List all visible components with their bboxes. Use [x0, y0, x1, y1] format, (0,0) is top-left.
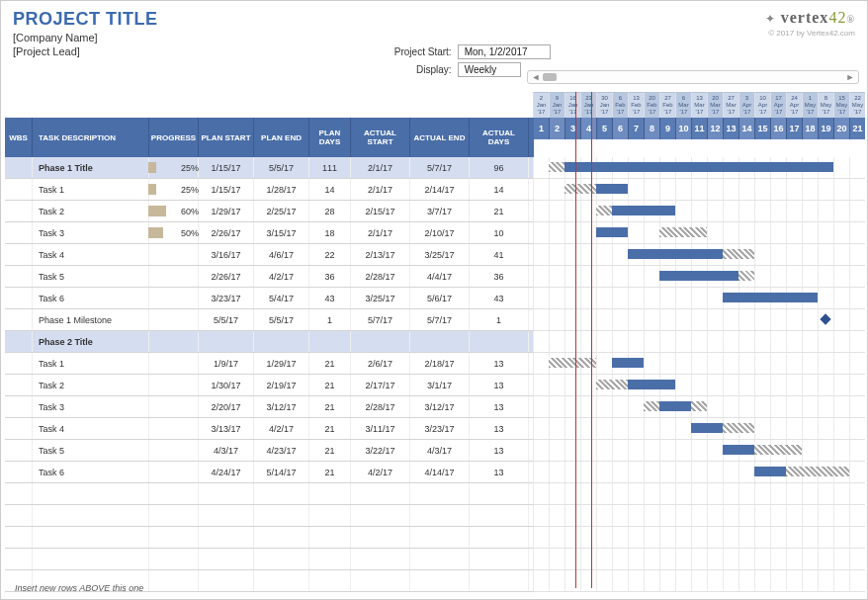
gantt-row — [533, 331, 865, 353]
plan-days-cell: 18 — [309, 222, 351, 243]
scroll-thumb[interactable] — [543, 73, 557, 81]
actual-start-cell: 2/28/17 — [351, 396, 410, 417]
col-wbs: WBS — [5, 118, 33, 157]
date-cell: 23Jan'17 — [580, 92, 596, 118]
week-number-cell: 16 — [770, 118, 786, 139]
empty-row[interactable] — [5, 505, 534, 527]
progress-cell: 25% — [149, 179, 199, 200]
actual-start-cell — [351, 331, 410, 352]
actual-days-cell: 96 — [470, 157, 529, 178]
task-description: Task 2 — [33, 201, 149, 221]
actual-days-cell: 13 — [470, 396, 529, 417]
plan-days-cell: 22 — [309, 244, 351, 265]
task-row[interactable]: Phase 1 Milestone5/5/175/5/1715/7/175/7/… — [5, 309, 534, 331]
actual-days-cell: 14 — [470, 179, 529, 200]
gantt-empty-row — [533, 483, 865, 505]
col-actual-end: ACTUAL END — [410, 118, 470, 157]
date-cell: 27Feb'17 — [659, 92, 675, 118]
gantt-row — [533, 222, 865, 244]
scroll-right-icon[interactable]: ► — [845, 72, 855, 82]
actual-days-cell: 36 — [470, 266, 529, 287]
task-description: Task 3 — [33, 396, 149, 417]
task-row[interactable]: Task 63/23/175/4/17433/25/175/6/1743 — [5, 288, 534, 309]
task-row[interactable]: Task 43/13/174/2/17213/11/173/23/1713 — [5, 418, 534, 440]
today-line-left — [575, 92, 576, 588]
plan-bar — [628, 380, 675, 389]
scroll-left-icon[interactable]: ◄ — [531, 72, 541, 82]
task-row[interactable]: Task 54/3/174/23/17213/22/174/3/1713 — [5, 440, 534, 462]
empty-row[interactable] — [5, 527, 534, 549]
plan-start-cell: 2/20/17 — [199, 396, 254, 417]
display-input[interactable]: Weekly — [458, 62, 521, 77]
date-cell: 6Feb'17 — [612, 92, 628, 118]
phase-row[interactable]: Phase 1 Title25%1/15/175/5/171112/1/175/… — [5, 157, 534, 179]
task-row[interactable]: Task 350%2/26/173/15/17182/1/172/10/1710 — [5, 222, 534, 244]
date-cell: 17Apr'17 — [770, 92, 786, 118]
week-number-cell: 13 — [723, 118, 738, 139]
task-row[interactable]: Task 21/30/172/19/17212/17/173/1/1713 — [5, 375, 534, 396]
task-row[interactable]: Task 125%1/15/171/28/17142/1/172/14/1714 — [5, 179, 534, 201]
gantt-row — [533, 201, 865, 222]
progress-cell: 50% — [149, 222, 199, 243]
plan-days-cell: 21 — [309, 353, 351, 374]
task-row[interactable]: Task 52/26/174/2/17362/28/174/4/1736 — [5, 266, 534, 288]
gantt-row — [533, 309, 865, 331]
company-name: [Company Name] — [13, 32, 158, 43]
task-row[interactable]: Task 260%1/29/172/25/17282/15/173/7/1721 — [5, 201, 534, 222]
plan-days-cell: 21 — [309, 375, 351, 395]
empty-row[interactable] — [5, 483, 534, 505]
actual-days-cell — [470, 331, 529, 352]
progress-cell — [149, 244, 199, 265]
plan-start-cell: 1/30/17 — [199, 375, 254, 395]
phase-row[interactable]: Phase 2 Title — [5, 331, 534, 353]
plan-bar — [754, 467, 786, 476]
week-number-cell: 7 — [628, 118, 644, 139]
task-row[interactable]: Task 43/16/174/6/17222/13/173/25/1741 — [5, 244, 534, 266]
project-title: PROJECT TITLE — [13, 9, 158, 30]
date-cell: 2Jan'17 — [533, 92, 549, 118]
project-start-input[interactable]: Mon, 1/2/2017 — [458, 44, 551, 59]
task-description: Task 1 — [33, 179, 149, 200]
task-description: Phase 2 Title — [33, 331, 149, 352]
project-start-label: Project Start: — [373, 46, 452, 57]
plan-bar — [691, 423, 723, 433]
gantt-row — [533, 440, 865, 462]
plan-bar — [596, 227, 628, 237]
actual-bar — [659, 227, 707, 237]
plan-days-cell: 21 — [309, 440, 351, 461]
actual-start-cell: 3/11/17 — [351, 418, 410, 439]
plan-end-cell: 4/2/17 — [254, 266, 309, 287]
gantt-row — [533, 266, 865, 288]
week-number-cell: 11 — [691, 118, 707, 139]
table-header: WBS TASK DESCRIPTION PROGRESS PLAN START… — [5, 118, 534, 157]
task-row[interactable]: Task 64/24/175/14/17214/2/174/14/1713 — [5, 462, 534, 483]
actual-days-cell: 13 — [470, 440, 529, 461]
actual-start-cell: 2/1/17 — [351, 222, 410, 243]
actual-end-cell: 3/1/17 — [410, 375, 470, 395]
week-number-cell: 3 — [564, 118, 580, 139]
gantt-row — [533, 157, 865, 179]
actual-days-cell: 21 — [470, 201, 529, 221]
actual-start-cell: 2/28/17 — [351, 266, 410, 287]
actual-bar — [549, 358, 596, 368]
empty-row[interactable] — [5, 549, 534, 570]
timeline-scrollbar[interactable]: ◄ ► — [527, 70, 859, 84]
plan-bar — [612, 358, 644, 368]
progress-cell — [149, 418, 199, 439]
task-row[interactable]: Task 11/9/171/29/17212/6/172/18/1713 — [5, 353, 534, 375]
actual-days-cell: 43 — [470, 288, 529, 308]
task-description: Task 1 — [33, 353, 149, 374]
plan-bar — [659, 271, 738, 281]
task-row[interactable]: Task 32/20/173/12/17212/28/173/12/1713 — [5, 396, 534, 418]
task-description: Phase 1 Title — [33, 157, 149, 178]
project-lead: [Project Lead] — [13, 45, 158, 57]
plan-bar — [723, 293, 818, 302]
progress-cell: 60% — [149, 201, 199, 221]
week-number-cell: 1 — [533, 118, 549, 139]
date-cell: 20Feb'17 — [644, 92, 659, 118]
plan-days-cell: 21 — [309, 396, 351, 417]
plan-days-cell: 14 — [309, 179, 351, 200]
week-number-cell: 4 — [580, 118, 596, 139]
actual-days-cell: 10 — [470, 222, 529, 243]
plan-start-cell — [199, 331, 254, 352]
